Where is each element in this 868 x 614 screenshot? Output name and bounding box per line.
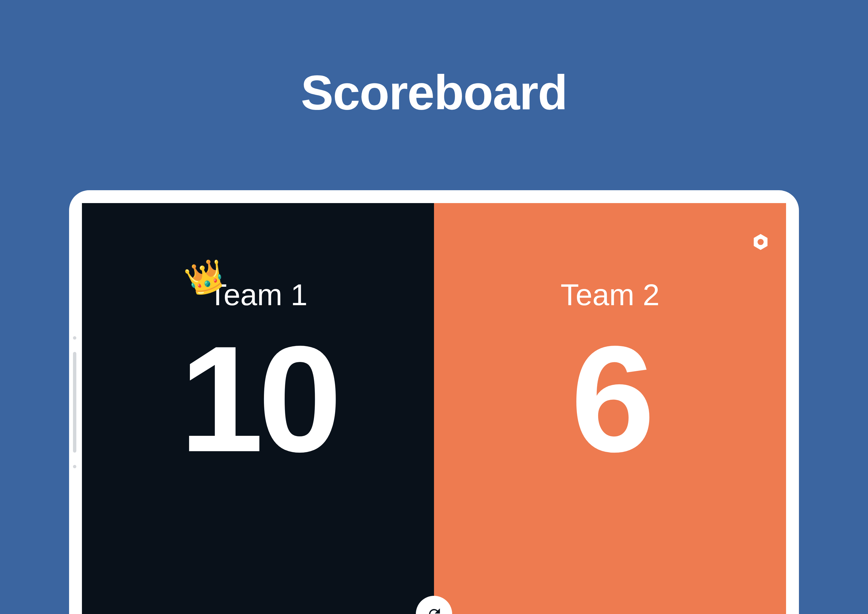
team-2-score: 6 [571, 323, 649, 474]
team-1-panel[interactable]: 👑 Team 1 10 [82, 203, 434, 614]
team-1-name: 👑 Team 1 [208, 277, 307, 312]
gear-icon [752, 233, 769, 251]
team-1-score: 10 [180, 323, 336, 474]
team-2-name: Team 2 [560, 277, 659, 312]
refresh-icon [426, 606, 442, 614]
tablet-side-controls [73, 336, 76, 468]
team-2-panel[interactable]: Team 2 6 [434, 203, 786, 614]
tablet-frame: 5:17 N 👑 Team 1 10 [69, 190, 799, 614]
team-2-name-text: Team 2 [560, 278, 659, 312]
page-title: Scoreboard [0, 64, 868, 121]
team-1-name-text: Team 1 [208, 278, 307, 312]
svg-point-3 [758, 239, 764, 245]
settings-button[interactable] [752, 233, 769, 251]
tablet-screen: 5:17 N 👑 Team 1 10 [82, 203, 786, 614]
